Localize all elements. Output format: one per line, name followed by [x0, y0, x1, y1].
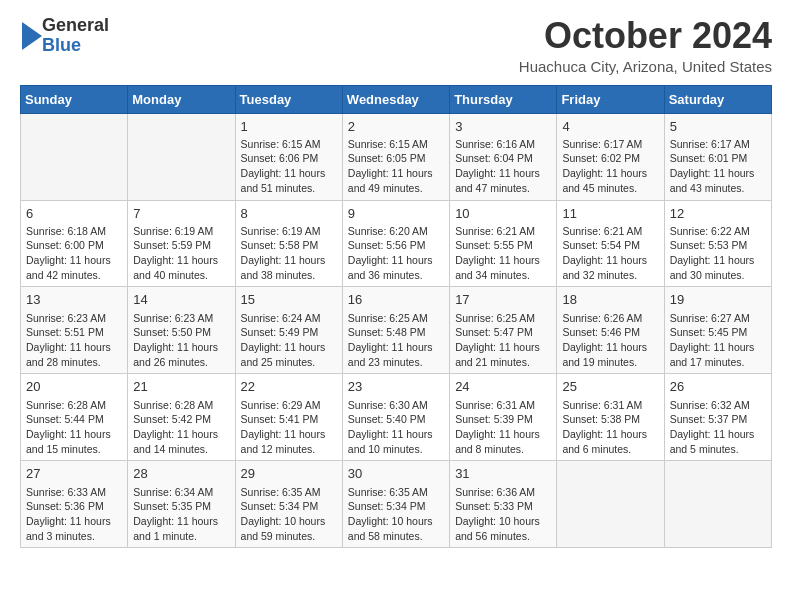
day-number: 19	[670, 291, 766, 309]
day-cell: 12Sunrise: 6:22 AMSunset: 5:53 PMDayligh…	[664, 200, 771, 287]
day-number: 5	[670, 118, 766, 136]
col-header-friday: Friday	[557, 85, 664, 113]
day-info: Sunrise: 6:15 AMSunset: 6:05 PMDaylight:…	[348, 137, 444, 196]
logo: General Blue	[20, 16, 109, 56]
week-row-2: 6Sunrise: 6:18 AMSunset: 6:00 PMDaylight…	[21, 200, 772, 287]
week-row-1: 1Sunrise: 6:15 AMSunset: 6:06 PMDaylight…	[21, 113, 772, 200]
day-number: 8	[241, 205, 337, 223]
day-cell: 26Sunrise: 6:32 AMSunset: 5:37 PMDayligh…	[664, 374, 771, 461]
day-info: Sunrise: 6:36 AMSunset: 5:33 PMDaylight:…	[455, 485, 551, 544]
day-cell: 4Sunrise: 6:17 AMSunset: 6:02 PMDaylight…	[557, 113, 664, 200]
day-cell	[128, 113, 235, 200]
week-row-4: 20Sunrise: 6:28 AMSunset: 5:44 PMDayligh…	[21, 374, 772, 461]
day-info: Sunrise: 6:33 AMSunset: 5:36 PMDaylight:…	[26, 485, 122, 544]
day-cell: 27Sunrise: 6:33 AMSunset: 5:36 PMDayligh…	[21, 461, 128, 548]
day-info: Sunrise: 6:22 AMSunset: 5:53 PMDaylight:…	[670, 224, 766, 283]
day-info: Sunrise: 6:31 AMSunset: 5:38 PMDaylight:…	[562, 398, 658, 457]
location: Huachuca City, Arizona, United States	[519, 58, 772, 75]
col-header-sunday: Sunday	[21, 85, 128, 113]
day-info: Sunrise: 6:21 AMSunset: 5:54 PMDaylight:…	[562, 224, 658, 283]
day-info: Sunrise: 6:25 AMSunset: 5:48 PMDaylight:…	[348, 311, 444, 370]
calendar-body: 1Sunrise: 6:15 AMSunset: 6:06 PMDaylight…	[21, 113, 772, 548]
col-header-wednesday: Wednesday	[342, 85, 449, 113]
day-number: 9	[348, 205, 444, 223]
day-info: Sunrise: 6:17 AMSunset: 6:01 PMDaylight:…	[670, 137, 766, 196]
day-info: Sunrise: 6:15 AMSunset: 6:06 PMDaylight:…	[241, 137, 337, 196]
day-cell: 24Sunrise: 6:31 AMSunset: 5:39 PMDayligh…	[450, 374, 557, 461]
day-cell: 19Sunrise: 6:27 AMSunset: 5:45 PMDayligh…	[664, 287, 771, 374]
day-cell: 30Sunrise: 6:35 AMSunset: 5:34 PMDayligh…	[342, 461, 449, 548]
day-cell: 17Sunrise: 6:25 AMSunset: 5:47 PMDayligh…	[450, 287, 557, 374]
day-number: 11	[562, 205, 658, 223]
calendar-table: SundayMondayTuesdayWednesdayThursdayFrid…	[20, 85, 772, 549]
day-number: 25	[562, 378, 658, 396]
week-row-3: 13Sunrise: 6:23 AMSunset: 5:51 PMDayligh…	[21, 287, 772, 374]
day-cell	[557, 461, 664, 548]
day-cell: 5Sunrise: 6:17 AMSunset: 6:01 PMDaylight…	[664, 113, 771, 200]
logo-general: General	[42, 15, 109, 35]
day-cell: 31Sunrise: 6:36 AMSunset: 5:33 PMDayligh…	[450, 461, 557, 548]
day-number: 22	[241, 378, 337, 396]
day-cell: 8Sunrise: 6:19 AMSunset: 5:58 PMDaylight…	[235, 200, 342, 287]
day-info: Sunrise: 6:19 AMSunset: 5:59 PMDaylight:…	[133, 224, 229, 283]
day-cell: 25Sunrise: 6:31 AMSunset: 5:38 PMDayligh…	[557, 374, 664, 461]
day-info: Sunrise: 6:17 AMSunset: 6:02 PMDaylight:…	[562, 137, 658, 196]
day-info: Sunrise: 6:35 AMSunset: 5:34 PMDaylight:…	[348, 485, 444, 544]
header: General Blue October 2024 Huachuca City,…	[20, 16, 772, 75]
day-info: Sunrise: 6:25 AMSunset: 5:47 PMDaylight:…	[455, 311, 551, 370]
day-cell	[21, 113, 128, 200]
day-number: 14	[133, 291, 229, 309]
day-number: 29	[241, 465, 337, 483]
day-info: Sunrise: 6:32 AMSunset: 5:37 PMDaylight:…	[670, 398, 766, 457]
day-info: Sunrise: 6:21 AMSunset: 5:55 PMDaylight:…	[455, 224, 551, 283]
day-number: 1	[241, 118, 337, 136]
header-row: SundayMondayTuesdayWednesdayThursdayFrid…	[21, 85, 772, 113]
week-row-5: 27Sunrise: 6:33 AMSunset: 5:36 PMDayligh…	[21, 461, 772, 548]
day-cell: 29Sunrise: 6:35 AMSunset: 5:34 PMDayligh…	[235, 461, 342, 548]
day-info: Sunrise: 6:26 AMSunset: 5:46 PMDaylight:…	[562, 311, 658, 370]
day-cell: 14Sunrise: 6:23 AMSunset: 5:50 PMDayligh…	[128, 287, 235, 374]
day-number: 27	[26, 465, 122, 483]
day-cell: 13Sunrise: 6:23 AMSunset: 5:51 PMDayligh…	[21, 287, 128, 374]
col-header-thursday: Thursday	[450, 85, 557, 113]
day-cell: 10Sunrise: 6:21 AMSunset: 5:55 PMDayligh…	[450, 200, 557, 287]
day-info: Sunrise: 6:20 AMSunset: 5:56 PMDaylight:…	[348, 224, 444, 283]
day-info: Sunrise: 6:28 AMSunset: 5:42 PMDaylight:…	[133, 398, 229, 457]
day-info: Sunrise: 6:29 AMSunset: 5:41 PMDaylight:…	[241, 398, 337, 457]
day-number: 7	[133, 205, 229, 223]
day-number: 10	[455, 205, 551, 223]
day-cell: 22Sunrise: 6:29 AMSunset: 5:41 PMDayligh…	[235, 374, 342, 461]
day-number: 26	[670, 378, 766, 396]
title-block: October 2024 Huachuca City, Arizona, Uni…	[519, 16, 772, 75]
day-cell: 15Sunrise: 6:24 AMSunset: 5:49 PMDayligh…	[235, 287, 342, 374]
month-title: October 2024	[519, 16, 772, 56]
page: General Blue October 2024 Huachuca City,…	[0, 0, 792, 564]
day-cell: 2Sunrise: 6:15 AMSunset: 6:05 PMDaylight…	[342, 113, 449, 200]
day-info: Sunrise: 6:23 AMSunset: 5:50 PMDaylight:…	[133, 311, 229, 370]
col-header-monday: Monday	[128, 85, 235, 113]
day-info: Sunrise: 6:28 AMSunset: 5:44 PMDaylight:…	[26, 398, 122, 457]
day-info: Sunrise: 6:30 AMSunset: 5:40 PMDaylight:…	[348, 398, 444, 457]
day-number: 16	[348, 291, 444, 309]
col-header-saturday: Saturday	[664, 85, 771, 113]
day-cell: 20Sunrise: 6:28 AMSunset: 5:44 PMDayligh…	[21, 374, 128, 461]
day-info: Sunrise: 6:27 AMSunset: 5:45 PMDaylight:…	[670, 311, 766, 370]
day-info: Sunrise: 6:23 AMSunset: 5:51 PMDaylight:…	[26, 311, 122, 370]
day-number: 30	[348, 465, 444, 483]
day-cell: 18Sunrise: 6:26 AMSunset: 5:46 PMDayligh…	[557, 287, 664, 374]
day-cell: 28Sunrise: 6:34 AMSunset: 5:35 PMDayligh…	[128, 461, 235, 548]
day-info: Sunrise: 6:24 AMSunset: 5:49 PMDaylight:…	[241, 311, 337, 370]
day-number: 31	[455, 465, 551, 483]
day-info: Sunrise: 6:34 AMSunset: 5:35 PMDaylight:…	[133, 485, 229, 544]
svg-marker-0	[22, 22, 42, 50]
day-number: 18	[562, 291, 658, 309]
col-header-tuesday: Tuesday	[235, 85, 342, 113]
day-number: 12	[670, 205, 766, 223]
logo-blue: Blue	[42, 35, 81, 55]
day-info: Sunrise: 6:35 AMSunset: 5:34 PMDaylight:…	[241, 485, 337, 544]
day-number: 15	[241, 291, 337, 309]
day-info: Sunrise: 6:31 AMSunset: 5:39 PMDaylight:…	[455, 398, 551, 457]
day-cell: 21Sunrise: 6:28 AMSunset: 5:42 PMDayligh…	[128, 374, 235, 461]
day-info: Sunrise: 6:18 AMSunset: 6:00 PMDaylight:…	[26, 224, 122, 283]
day-cell: 1Sunrise: 6:15 AMSunset: 6:06 PMDaylight…	[235, 113, 342, 200]
